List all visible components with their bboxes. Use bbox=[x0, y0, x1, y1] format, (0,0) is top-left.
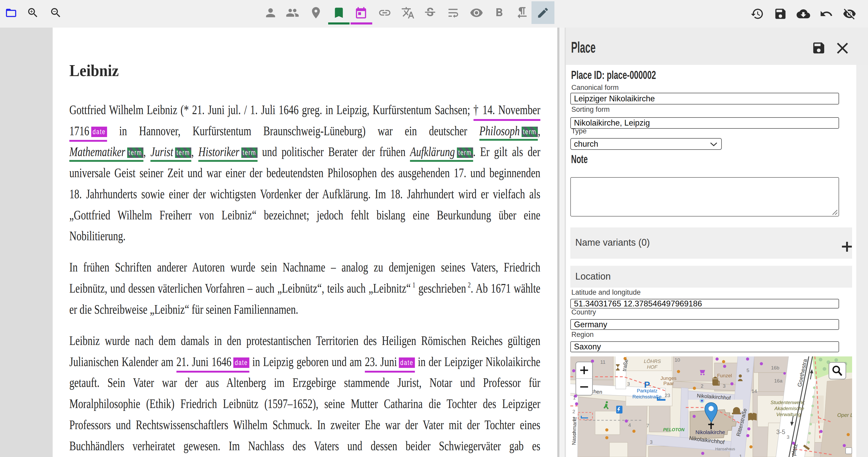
svg-text:Nikolaikirche: Nikolaikirche bbox=[695, 429, 725, 435]
svg-text:3: 3 bbox=[787, 434, 789, 440]
svg-text:P: P bbox=[644, 380, 650, 390]
svg-text:1: 1 bbox=[573, 395, 576, 400]
svg-text:7: 7 bbox=[646, 423, 649, 428]
svg-text:Studentenwerk;: Studentenwerk; bbox=[771, 400, 805, 405]
svg-text:3: 3 bbox=[723, 383, 726, 389]
svg-text:4: 4 bbox=[628, 422, 631, 428]
svg-text:2: 2 bbox=[572, 409, 575, 414]
svg-text:Paar: Paar bbox=[663, 381, 674, 386]
svg-text:16b: 16b bbox=[771, 365, 779, 370]
svg-text:3: 3 bbox=[650, 439, 653, 445]
svg-text:PELOTON: PELOTON bbox=[663, 427, 685, 432]
svg-text:3: 3 bbox=[627, 381, 630, 387]
svg-text:16a: 16a bbox=[774, 378, 782, 384]
svg-text:10: 10 bbox=[675, 357, 680, 363]
svg-text:23: 23 bbox=[665, 393, 670, 398]
svg-text:Verwaltung: Verwaltung bbox=[776, 412, 801, 417]
svg-text:HOF: HOF bbox=[647, 364, 658, 370]
svg-text:Akademische: Akademische bbox=[774, 406, 804, 411]
svg-text:Junges: Junges bbox=[660, 376, 676, 381]
svg-text:Oper L: Oper L bbox=[837, 412, 852, 418]
svg-text:Funzel: Funzel bbox=[717, 373, 732, 378]
svg-text:2: 2 bbox=[701, 383, 704, 389]
svg-text:14: 14 bbox=[751, 389, 757, 394]
svg-text:Hansahaus: Hansahaus bbox=[715, 447, 735, 451]
svg-text:3-5: 3-5 bbox=[776, 428, 785, 435]
svg-text:9: 9 bbox=[573, 430, 576, 436]
svg-text:2: 2 bbox=[572, 416, 575, 421]
svg-text:Reichsstraße: Reichsstraße bbox=[632, 394, 661, 399]
svg-text:11: 11 bbox=[600, 359, 606, 365]
svg-text:5: 5 bbox=[747, 368, 749, 373]
svg-text:LÖHRS: LÖHRS bbox=[644, 359, 661, 364]
svg-text:1: 1 bbox=[739, 454, 742, 457]
